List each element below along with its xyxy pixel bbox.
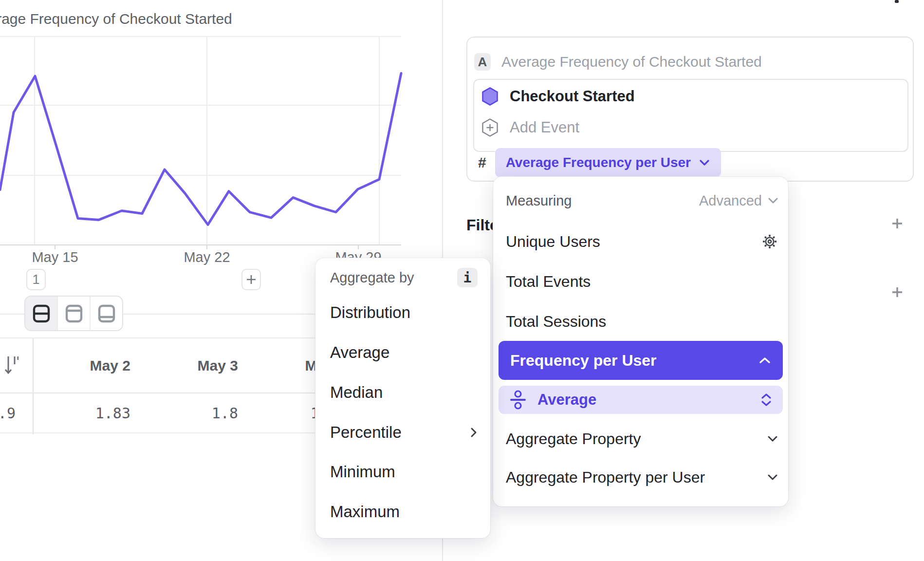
menu-item-median[interactable]: Median bbox=[330, 380, 478, 405]
add-breakdown-button[interactable] bbox=[891, 286, 904, 299]
aggregate-by-popup: Aggregate by i Distribution Average Medi… bbox=[315, 258, 490, 538]
plus-icon bbox=[892, 287, 902, 297]
sub-item-average-selector[interactable]: Average bbox=[499, 386, 783, 414]
measuring-header-row: Measuring Advanced bbox=[506, 188, 778, 213]
menu-item-label: Minimum bbox=[330, 463, 395, 481]
x-axis-label: May 15 bbox=[32, 249, 78, 265]
view-toggle-split-horizontal[interactable] bbox=[25, 297, 58, 330]
event-row[interactable]: Checkout Started bbox=[481, 87, 635, 106]
metric-section-title: Metric bbox=[465, 0, 514, 3]
header-top-icon bbox=[63, 302, 85, 325]
table-cell[interactable]: 1.8 bbox=[141, 393, 249, 433]
aggregate-by-header-row: Aggregate by i bbox=[330, 265, 478, 290]
menu-item-aggregate-property-per-user[interactable]: Aggregate Property per User bbox=[506, 465, 778, 489]
measuring-dropdown: Measuring Advanced Unique Users bbox=[493, 177, 788, 506]
menu-item-distribution[interactable]: Distribution bbox=[330, 300, 478, 325]
advanced-toggle[interactable]: Advanced bbox=[699, 193, 778, 209]
menu-item-label: Total Sessions bbox=[506, 313, 606, 331]
metric-card: A Average Frequency of Checkout Started … bbox=[466, 37, 914, 182]
line-chart[interactable] bbox=[0, 0, 442, 273]
view-toggle-footer-bottom[interactable] bbox=[91, 297, 122, 330]
selected-item-label: Frequency per User bbox=[510, 352, 657, 370]
info-icon[interactable]: i bbox=[457, 268, 478, 287]
menu-item-label: Aggregate Property per User bbox=[506, 468, 705, 486]
menu-item-label: Unique Users bbox=[506, 233, 600, 251]
menu-item-label: Maximum bbox=[330, 503, 400, 521]
event-hexagon-icon bbox=[481, 87, 499, 106]
menu-item-label: Total Events bbox=[506, 273, 591, 291]
chevron-down-icon bbox=[767, 435, 778, 443]
series-badge: A bbox=[474, 53, 491, 71]
menu-item-label: Distribution bbox=[330, 303, 410, 322]
table-cell[interactable]: 1.9 bbox=[0, 393, 33, 433]
table-column: May 3 1.8 bbox=[141, 338, 249, 434]
sort-icon bbox=[4, 354, 18, 378]
plus-icon bbox=[892, 219, 902, 228]
table-column-aggregate: 1.9 bbox=[0, 338, 34, 434]
chevron-up-icon bbox=[758, 356, 771, 364]
chevron-down-icon bbox=[699, 159, 710, 167]
metric-type-dropdown[interactable]: Average Frequency per User bbox=[495, 148, 721, 177]
menu-item-total-sessions[interactable]: Total Sessions bbox=[506, 309, 778, 334]
menu-item-unique-users[interactable]: Unique Users bbox=[506, 229, 778, 254]
gear-icon[interactable] bbox=[761, 233, 778, 250]
menu-item-label: Aggregate Property bbox=[506, 430, 641, 448]
menu-item-label: Percentile bbox=[330, 423, 402, 442]
measuring-label: Measuring bbox=[506, 193, 572, 209]
menu-item-minimum[interactable]: Minimum bbox=[330, 460, 478, 484]
menu-item-percentile[interactable]: Percentile bbox=[330, 420, 478, 445]
x-axis-label: May 22 bbox=[184, 249, 230, 265]
sort-control[interactable] bbox=[0, 338, 33, 393]
chart-index-label: 1 bbox=[32, 272, 39, 287]
table-cell[interactable]: 1.83 bbox=[34, 393, 141, 433]
advanced-label: Advanced bbox=[699, 193, 762, 209]
event-name: Checkout Started bbox=[510, 88, 635, 105]
metric-type-label: Average Frequency per User bbox=[506, 155, 691, 170]
event-box: Checkout Started Add Event bbox=[473, 79, 908, 152]
add-event-label: Add Event bbox=[510, 119, 579, 136]
chart-index-badge[interactable]: 1 bbox=[26, 269, 46, 290]
menu-item-total-events[interactable]: Total Events bbox=[506, 269, 778, 294]
chart-line-series[interactable] bbox=[0, 74, 401, 225]
analytics-app: Average Frequency of Checkout Started Ma… bbox=[0, 0, 924, 561]
add-chart-button[interactable] bbox=[241, 269, 261, 290]
add-filter-button[interactable] bbox=[891, 217, 904, 230]
chevron-right-icon bbox=[470, 427, 478, 438]
add-event-button[interactable]: Add Event bbox=[481, 118, 579, 137]
menu-item-label: Average bbox=[330, 343, 389, 362]
menu-item-average[interactable]: Average bbox=[330, 340, 478, 365]
chevron-down-icon bbox=[767, 474, 778, 481]
sub-item-label: Average bbox=[537, 391, 596, 409]
chevron-up-down-icon bbox=[760, 393, 772, 407]
aggregate-by-label: Aggregate by bbox=[330, 270, 414, 286]
menu-item-aggregate-property[interactable]: Aggregate Property bbox=[506, 427, 778, 451]
metric-type-row: # Average Frequency per User bbox=[478, 148, 721, 177]
plus-icon bbox=[245, 274, 257, 285]
metric-query-title[interactable]: Average Frequency of Checkout Started bbox=[501, 54, 762, 70]
average-divide-icon bbox=[509, 390, 527, 410]
menu-item-maximum[interactable]: Maximum bbox=[330, 500, 478, 524]
table-header[interactable]: May 3 bbox=[141, 338, 249, 393]
numeric-metric-icon: # bbox=[478, 154, 486, 171]
clipped-menu-icon[interactable] bbox=[895, 0, 899, 3]
menu-item-frequency-per-user-selected[interactable]: Frequency per User bbox=[499, 341, 783, 380]
view-toggle-group bbox=[24, 296, 123, 331]
menu-item-label: Median bbox=[330, 383, 383, 402]
split-horizontal-icon bbox=[30, 302, 53, 325]
chevron-down-icon bbox=[768, 197, 778, 204]
footer-bottom-icon bbox=[95, 302, 118, 325]
metric-title-row: A Average Frequency of Checkout Started bbox=[474, 53, 762, 71]
view-toggle-header-top[interactable] bbox=[58, 297, 91, 330]
table-header[interactable]: May 2 bbox=[34, 338, 141, 393]
add-event-hexagon-icon bbox=[481, 118, 499, 137]
table-column: May 2 1.83 bbox=[34, 338, 141, 434]
